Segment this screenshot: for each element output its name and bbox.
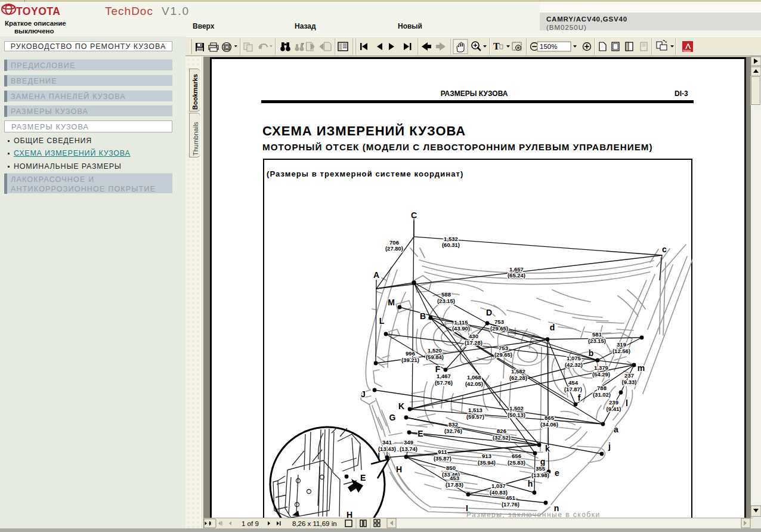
svg-text:8,26 x 11,69 in: 8,26 x 11,69 in (292, 520, 337, 527)
svg-text:1 of 9: 1 of 9 (242, 520, 259, 527)
